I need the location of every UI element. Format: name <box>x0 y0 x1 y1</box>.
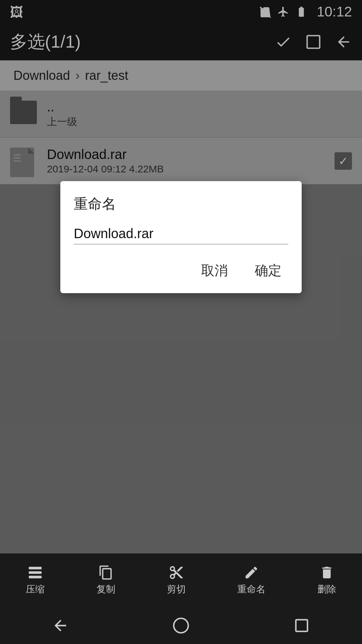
nav-recent-icon[interactable] <box>293 617 310 634</box>
svg-rect-1 <box>29 567 42 570</box>
toolbar-label-cut: 剪切 <box>167 583 186 596</box>
dialog-buttons: 取消 确定 <box>74 258 288 283</box>
rename-input[interactable] <box>74 223 288 245</box>
svg-rect-5 <box>296 620 308 632</box>
nav-bar <box>0 607 362 644</box>
toolbar-item-rename[interactable]: 重命名 <box>237 565 265 596</box>
svg-rect-2 <box>29 571 42 574</box>
svg-rect-3 <box>29 576 42 579</box>
cut-icon <box>168 565 185 580</box>
toolbar-item-compress[interactable]: 压缩 <box>26 565 45 596</box>
bottom-toolbar: 压缩 复制 剪切 重命名 删除 <box>0 553 362 607</box>
cancel-button[interactable]: 取消 <box>194 258 235 283</box>
rename-icon <box>243 565 260 580</box>
toolbar-item-copy[interactable]: 复制 <box>97 565 115 596</box>
compress-icon <box>26 565 44 580</box>
delete-icon <box>318 565 336 580</box>
confirm-button[interactable]: 确定 <box>248 258 288 283</box>
toolbar-label-compress: 压缩 <box>26 583 45 596</box>
toolbar-item-cut[interactable]: 剪切 <box>167 565 186 596</box>
toolbar-label-copy: 复制 <box>97 583 115 596</box>
dialog-overlay: 重命名 取消 确定 <box>0 0 362 644</box>
rename-dialog: 重命名 取消 确定 <box>60 181 302 293</box>
dialog-title: 重命名 <box>74 195 288 213</box>
svg-point-4 <box>174 618 188 633</box>
nav-home-icon[interactable] <box>172 617 190 634</box>
toolbar-label-delete: 删除 <box>317 583 336 596</box>
toolbar-item-delete[interactable]: 删除 <box>317 565 336 596</box>
toolbar-label-rename: 重命名 <box>237 583 265 596</box>
nav-back-icon[interactable] <box>52 617 69 634</box>
copy-icon <box>97 565 115 580</box>
